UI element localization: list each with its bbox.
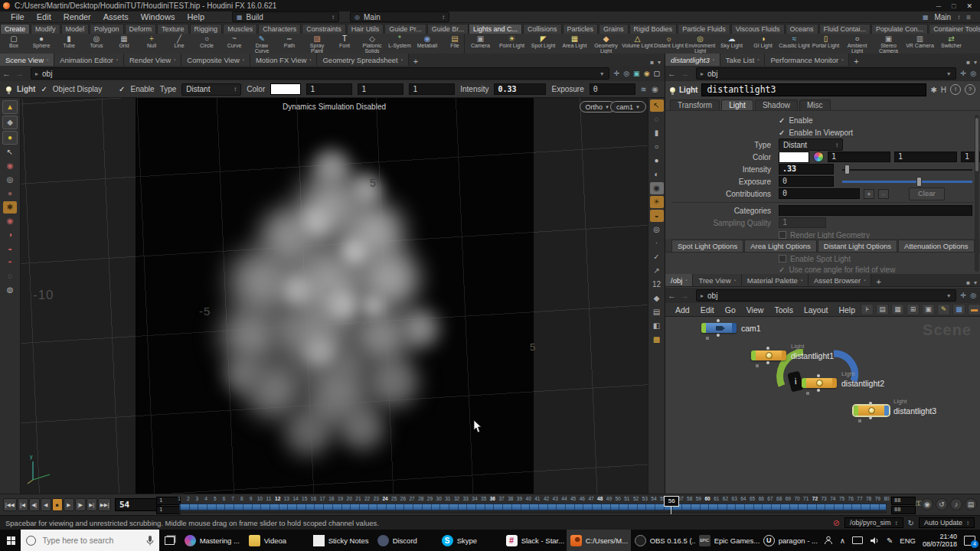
playbar-next-keyframe-button[interactable]: ▶| <box>87 498 97 511</box>
network-menu-layout[interactable]: Layout <box>799 305 834 315</box>
shelf-tab-guide-br[interactable]: Guide Br... <box>427 24 469 34</box>
shelf-tool-camera[interactable]: ▣Camera <box>465 34 496 54</box>
shelf-tab-lights-and-c[interactable]: Lights and C... <box>469 24 522 34</box>
network-menu-edit[interactable]: Edit <box>695 305 720 315</box>
help-icon[interactable]: ? <box>965 84 975 95</box>
parameter-scrollbar[interactable] <box>975 115 979 272</box>
pane-tab-scene-view[interactable]: Scene View▪ <box>0 54 54 66</box>
taskbar-app-slack-star[interactable]: #Slack - Star... <box>502 530 567 551</box>
pane-tab-composite-view[interactable]: Composite View▪ <box>181 54 250 66</box>
language-indicator[interactable]: ENG <box>900 536 916 545</box>
maximize-pane-icon[interactable]: ■ <box>966 59 970 66</box>
option-tab-spot-light-options[interactable]: Spot Light Options <box>671 240 743 252</box>
shelf-tab-muscles[interactable]: Muscles <box>223 24 257 34</box>
node-output-flag[interactable] <box>782 350 786 360</box>
post-it-note-icon[interactable]: ✎ <box>937 304 950 315</box>
view-tool-icon[interactable]: ◍ <box>3 284 17 296</box>
shelf-tool-portal-light[interactable]: ▯Portal Light <box>810 34 841 54</box>
current-frame-field[interactable]: 54 <box>115 498 161 511</box>
param-folder-tab-light[interactable]: Light <box>721 99 753 110</box>
shelf-tab-model[interactable]: Model <box>61 24 90 34</box>
pin-icon[interactable]: ✛ <box>961 292 967 299</box>
shelf-tab-oceans[interactable]: Oceans <box>786 24 818 34</box>
snapshot-icon[interactable]: ◧ <box>650 320 664 332</box>
forward-icon[interactable]: → <box>678 291 691 300</box>
task-view-button[interactable] <box>159 530 180 551</box>
param-folder-tab-transform[interactable]: Transform <box>670 99 720 110</box>
high-quality-light-icon[interactable]: ◒ <box>650 210 664 222</box>
vector-display-icon[interactable]: ↗ <box>650 265 664 277</box>
menu-render[interactable]: Render <box>57 12 97 21</box>
quickmark-icon[interactable]: ▬ <box>968 304 980 315</box>
remove-button[interactable]: − <box>878 189 889 199</box>
contributions-field[interactable]: 0 <box>779 188 860 199</box>
maximize-pane-icon[interactable]: ■ <box>650 59 654 66</box>
show-lights-icon[interactable]: ● <box>2 131 18 145</box>
camera-select-button[interactable]: cam1 ▼ <box>610 101 646 112</box>
shelf-tool-environment-light[interactable]: ◎Environment Light <box>684 34 716 54</box>
close-button[interactable]: ✕ <box>966 2 972 10</box>
shelf-tool-volume-light[interactable]: △Volume Light <box>622 34 653 54</box>
exposure-slider[interactable] <box>842 177 972 187</box>
maximize-button[interactable]: □ <box>952 2 956 10</box>
color-r-field[interactable]: 1 <box>828 152 890 162</box>
validate-icon[interactable]: ✓ <box>650 251 664 263</box>
clear-button[interactable]: Clear <box>909 187 945 201</box>
enable-toggle-label[interactable]: Enable <box>789 116 812 125</box>
maximize-pane-icon[interactable]: ■ <box>966 279 970 286</box>
material-sphere-icon[interactable]: ● <box>650 155 664 167</box>
help-icon[interactable]: ◉ <box>652 85 658 93</box>
snap-tool-icon[interactable]: ◌ <box>3 270 17 282</box>
taskbar-app-paragon[interactable]: Uparagon - ... <box>760 530 824 551</box>
shelf-tab-particle-fluids[interactable]: Particle Fluids <box>678 24 730 34</box>
viewport-select-icon[interactable]: ↖ <box>650 99 664 112</box>
playbar-next-frame-button[interactable]: |▶ <box>75 498 86 511</box>
network-menu-view[interactable]: View <box>741 305 769 315</box>
shelf-tool-sky-light[interactable]: ☁Sky Light <box>716 34 747 54</box>
show-objects-icon[interactable]: ▲ <box>2 100 18 114</box>
shelf-tab-guide-pr[interactable]: Guide Pr... <box>384 24 426 34</box>
headlight-icon[interactable]: ◉ <box>650 182 664 194</box>
shelf-tool-platonic-solids[interactable]: ◇Platonic Solids <box>358 34 386 54</box>
shelf-tab-particles[interactable]: Particles <box>563 24 599 34</box>
follow-icon[interactable]: ◎ <box>623 70 629 77</box>
color-g-field[interactable]: 1 <box>358 83 403 95</box>
follow-icon[interactable]: ◎ <box>970 292 976 299</box>
shelf-tool-path[interactable]: ┉Path <box>276 34 303 54</box>
tree-controls-icon[interactable]: ⊧ <box>861 304 874 315</box>
playbar-options-icon[interactable]: ▤ <box>965 498 977 510</box>
param-folder-tab-misc[interactable]: Misc <box>799 99 831 110</box>
shelf-tool-switcher[interactable]: ⇄Switcher <box>936 34 967 54</box>
start-button[interactable] <box>0 530 21 551</box>
taskbar-app-discord[interactable]: Discord <box>374 530 438 551</box>
lock-icon[interactable]: ▮ <box>650 127 664 139</box>
new-pane-tab-button[interactable]: + <box>849 57 863 66</box>
points-display-icon[interactable]: · <box>650 237 664 249</box>
follow-icon[interactable]: ◎ <box>970 70 976 77</box>
shelf-tool-torus[interactable]: ◎Torus <box>83 34 110 54</box>
normals-icon[interactable]: ◆ <box>650 292 664 305</box>
pin-icon[interactable]: ✛ <box>961 70 967 77</box>
taskbar-app-videoa[interactable]: Videoa <box>245 530 309 551</box>
pane-tab-render-view[interactable]: Render View▪ <box>124 54 181 66</box>
shelf-tool-spray-paint[interactable]: ▨Spray Paint <box>303 34 331 54</box>
shelf-tool-sphere[interactable]: ●Sphere <box>28 34 55 54</box>
playbar-go-to-start-button[interactable]: |◀◀ <box>3 498 17 511</box>
intensity-slider[interactable] <box>842 165 972 174</box>
people-icon[interactable] <box>824 536 833 545</box>
pane-tab-material-palette[interactable]: Material Palette▪ <box>742 274 808 286</box>
exposure-field[interactable]: 0 <box>590 83 635 95</box>
panel-icon[interactable]: ▢ <box>653 70 660 77</box>
shelf-tool-curve[interactable]: ~Curve <box>220 34 248 54</box>
shelf-tab-collisions[interactable]: Collisions <box>523 24 562 34</box>
info-icon[interactable]: ! <box>950 84 961 95</box>
scene-path-field[interactable]: ▸ obj ▼ <box>31 67 609 80</box>
view-options-icon[interactable]: ▩ <box>650 334 664 346</box>
param-folder-tab-shadow[interactable]: Shadow <box>755 99 798 110</box>
playbar-play-reverse-button[interactable]: ◀ <box>41 498 51 511</box>
back-icon[interactable]: ← <box>665 69 678 78</box>
minimize-button[interactable]: ─ <box>936 2 941 10</box>
shelf-tool-caustic-light[interactable]: ≈Caustic Light <box>779 34 810 54</box>
shelf-tool-vr-camera[interactable]: ▥VR Camera <box>904 34 936 54</box>
shelf-tool-area-light[interactable]: ▦Area Light <box>559 34 590 54</box>
